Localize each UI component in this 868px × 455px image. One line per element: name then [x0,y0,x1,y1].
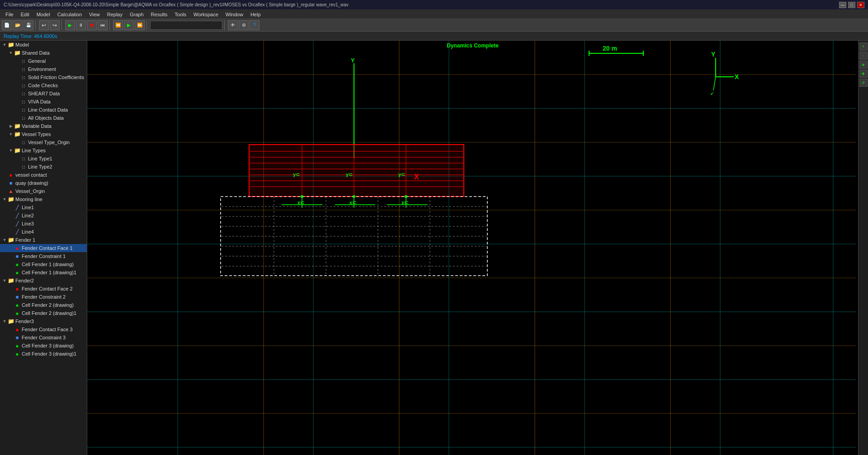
viewport[interactable]: Dynamics Complete [87,41,858,455]
help-button[interactable]: ? [250,20,259,30]
tree-item-label: Line3 [22,221,34,226]
svg-text:X: X [414,173,419,181]
sidebar-item-cell-fender1-drawing[interactable]: ●Cell Fender 1 (drawing) [0,260,87,268]
tree-expand-icon: ▼ [8,132,14,136]
maximize-button[interactable]: □ [848,2,855,8]
viewport-svg: 20 m Y X ↙ Y [87,41,858,455]
menu-item-results[interactable]: Results [147,11,171,18]
sidebar-item-environment[interactable]: □Environment [0,65,87,73]
menu-item-tools[interactable]: Tools [171,11,190,18]
title-bar: C:\Users\cypark\Desktop\00-105K-Q4-2008-… [0,0,868,10]
rewind-button[interactable]: ⏮ [98,20,108,30]
menu-item-graph[interactable]: Graph [126,11,147,18]
tree-expand-icon: ▼ [8,148,14,153]
sidebar-item-fender-contact-face2[interactable]: ●Fender Contact Face 2 [0,285,87,293]
menu-item-window[interactable]: Window [222,11,247,18]
sidebar-item-cell-fender3-drawing[interactable]: ●Cell Fender 3 (drawing) [0,342,87,350]
replay-play[interactable]: ▶ [124,20,134,30]
svg-text:x⊂: x⊂ [401,200,408,205]
sidebar-item-line3[interactable]: ╱Line3 [0,220,87,228]
rotate-button[interactable]: ↺ [859,79,868,87]
tree-item-label: Line4 [22,229,34,235]
sidebar-item-viva[interactable]: □VIVA Data [0,98,87,106]
sidebar-item-fender2[interactable]: ▼📁Fender2 [0,277,87,285]
svg-text:x⊂: x⊂ [349,200,356,205]
menu-item-model[interactable]: Model [33,11,54,18]
menu-item-view[interactable]: View [85,11,104,18]
tree-item-label: Fender Contact Face 1 [22,245,73,251]
folder-icon: 📁 [7,237,14,243]
sidebar-item-cell-fender3-drawing1[interactable]: ●Cell Fender 3 (drawing)1 [0,350,87,358]
sidebar-item-solid-friction[interactable]: □Solid Friction Coefficients [0,73,87,81]
stop-button[interactable]: ⏹ [87,20,97,30]
tree-item-label: Fender Constraint 2 [22,294,66,300]
settings-button[interactable]: ⚙ [239,20,249,30]
sidebar-item-vessel-orgin[interactable]: ▲Vessel_Orgin [0,187,87,195]
sidebar-item-line-type1[interactable]: □Line Type1 [0,155,87,163]
close-button[interactable]: ✕ [857,2,864,8]
svg-rect-34 [249,145,464,197]
zoom-in-button[interactable]: + [859,42,868,51]
search-input[interactable] [150,21,222,30]
sidebar-item-fender-constraint2[interactable]: ■Fender Constraint 2 [0,293,87,301]
sidebar-item-code-checks[interactable]: □Code Checks [0,81,87,89]
run-button[interactable]: ▶ [65,20,75,30]
menu-item-file[interactable]: File [2,11,17,18]
sidebar-item-shared-data[interactable]: ▼📁Shared Data [0,49,87,57]
open-button[interactable]: 📂 [13,20,23,30]
blue-square-icon: ■ [14,294,21,300]
sidebar-item-cell-fender2-drawing[interactable]: ●Cell Fender 2 (drawing) [0,301,87,309]
sidebar-item-line-types[interactable]: ▼📁Line Types [0,146,87,155]
toolbar-sep2 [61,20,63,30]
sidebar-item-line1[interactable]: ╱Line1 [0,203,87,211]
undo-button[interactable]: ↩ [39,20,49,30]
sidebar-item-cell-fender2-drawing1[interactable]: ●Cell Fender 2 (drawing)1 [0,309,87,317]
line-icon: ╱ [14,220,21,227]
sidebar-item-fender-contact-face1[interactable]: ●Fender Contact Face 1 [0,244,87,252]
menu-item-help[interactable]: Help [247,11,264,18]
sidebar-item-line-contact[interactable]: □Line Contact Data [0,106,87,114]
sidebar-item-vessel-type-orgin[interactable]: □Vessel Type_Orgin [0,138,87,146]
sidebar-item-quay[interactable]: ■quay (drawing) [0,179,87,187]
sidebar-item-model[interactable]: ▼📁Model [0,41,87,49]
tree-item-label: Code Checks [28,83,58,88]
sidebar-item-fender-constraint3[interactable]: ■Fender Constraint 3 [0,333,87,342]
save-button[interactable]: 💾 [24,20,33,30]
menu-item-workspace[interactable]: Workspace [190,11,222,18]
new-button[interactable]: 📄 [2,20,12,30]
sidebar-item-mooring-line[interactable]: ▼📁Mooring line [0,195,87,203]
sidebar-item-fender-constraint1[interactable]: ■Fender Constraint 1 [0,252,87,260]
minimize-button[interactable]: — [839,2,846,8]
sidebar-item-vessel-types[interactable]: ▼📁Vessel Types [0,130,87,138]
page-icon: □ [20,164,27,170]
pan-button[interactable]: ✥ [859,70,868,78]
zoom-out-button[interactable]: - [859,52,868,60]
menu-item-edit[interactable]: Edit [17,11,33,18]
sidebar-item-variable-data[interactable]: ▶📁Variable Data [0,122,87,130]
replay-end[interactable]: ⏩ [135,20,145,30]
svg-point-72 [405,195,407,198]
sidebar-item-fender1[interactable]: ▼📁Fender 1 [0,236,87,244]
line-icon: ╱ [14,204,21,211]
sidebar-item-cell-fender1-drawing1[interactable]: ●Cell Fender 1 (drawing)1 [0,268,87,277]
sidebar-item-fender-contact-face3[interactable]: ●Fender Contact Face 3 [0,325,87,333]
sidebar-item-all-objects[interactable]: □All Objects Data [0,114,87,122]
tree-item-label: Fender Constraint 1 [22,253,66,259]
redo-button[interactable]: ↪ [50,20,60,30]
green-icon: ● [14,269,21,276]
replay-start[interactable]: ⏪ [113,20,123,30]
menu-item-calculation[interactable]: Calculation [54,11,85,18]
fit-view-button[interactable]: ⊕ [859,61,868,69]
pause-button[interactable]: ⏸ [76,20,86,30]
sidebar-item-shear7[interactable]: □SHEAR7 Data [0,89,87,98]
menu-item-replay[interactable]: Replay [104,11,126,18]
tree-expand-icon: ▼ [8,51,14,55]
sidebar-item-general[interactable]: □General [0,57,87,65]
sidebar-item-fender3[interactable]: ▼📁Fender3 [0,317,87,325]
sidebar-item-vessel-contact[interactable]: ●vessel contact [0,171,87,179]
view-button[interactable]: 👁 [228,20,238,30]
sidebar-item-line-type2[interactable]: □Line Type2 [0,163,87,171]
sidebar-item-line2[interactable]: ╱Line2 [0,211,87,220]
sidebar-item-line4[interactable]: ╱Line4 [0,228,87,236]
sidebar: ▼📁Model▼📁Shared Data□General□Environment… [0,41,87,455]
